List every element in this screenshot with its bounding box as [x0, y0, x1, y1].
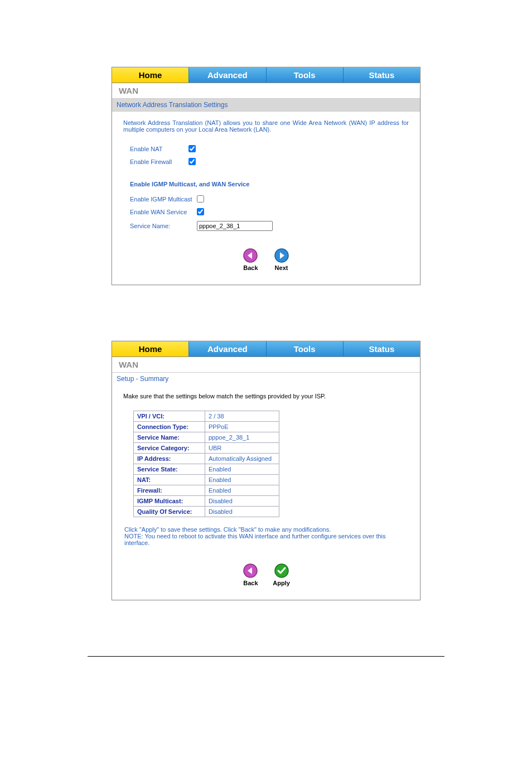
row-value: Enabled: [205, 464, 279, 475]
row-value: UBR: [205, 443, 279, 454]
summary-table: VPI / VCI:2 / 38 Connection Type:PPPoE S…: [133, 411, 279, 517]
tab-home[interactable]: Home: [112, 68, 189, 83]
apply-button[interactable]: Apply: [269, 563, 294, 586]
table-row: Service Name:pppoe_2_38_1: [134, 432, 279, 443]
row-label: Service Name:: [134, 432, 205, 443]
section-title-wan: WAN: [112, 83, 420, 98]
apply-button-label: Apply: [269, 580, 294, 586]
tab-tools-2[interactable]: Tools: [267, 341, 344, 356]
panel1-body: Network Address Translation (NAT) allows…: [112, 112, 420, 285]
row-label: VPI / VCI:: [134, 411, 205, 422]
enable-nat-label: Enable NAT: [130, 146, 188, 152]
back-button[interactable]: Back: [238, 248, 263, 271]
tab-advanced-2[interactable]: Advanced: [189, 341, 266, 356]
next-button[interactable]: Next: [269, 248, 294, 271]
enable-firewall-label: Enable Firewall: [130, 158, 188, 165]
row-value: Disabled: [205, 507, 279, 517]
subheader-nat: Network Address Translation Settings: [112, 98, 420, 112]
tab-advanced[interactable]: Advanced: [189, 68, 266, 83]
row-value: Disabled: [205, 496, 279, 507]
row-label: Service State:: [134, 464, 205, 475]
arrow-right-icon: [269, 248, 294, 263]
enable-nat-checkbox[interactable]: [188, 145, 196, 152]
tab-status[interactable]: Status: [344, 68, 420, 83]
row-value: Enabled: [205, 475, 279, 485]
arrow-left-icon: [238, 563, 263, 579]
table-row: Connection Type:PPPoE: [134, 422, 279, 432]
tab-bar: Home Advanced Tools Status: [112, 68, 420, 83]
footer-divider: [88, 656, 444, 657]
row-label: IP Address:: [134, 454, 205, 464]
table-row: NAT:Enabled: [134, 475, 279, 485]
table-row: Quality Of Service:Disabled: [134, 507, 279, 517]
table-row: Firewall:Enabled: [134, 485, 279, 496]
row-value: PPPoE: [205, 422, 279, 432]
enable-igmp-label: Enable IGMP Multicast: [130, 196, 197, 203]
row-value: pppoe_2_38_1: [205, 432, 279, 443]
row-value: Enabled: [205, 485, 279, 496]
section-title-wan-2: WAN: [112, 357, 420, 372]
tab-tools[interactable]: Tools: [267, 68, 344, 83]
table-row: Service Category:UBR: [134, 443, 279, 454]
summary-panel: Home Advanced Tools Status WAN Setup - S…: [112, 341, 420, 600]
row-value: Automatically Assigned: [205, 454, 279, 464]
row-value: 2 / 38: [205, 411, 279, 422]
row-label: Service Category:: [134, 443, 205, 454]
enable-firewall-checkbox[interactable]: [188, 158, 196, 165]
service-name-input[interactable]: [197, 221, 273, 231]
table-row: Service State:Enabled: [134, 464, 279, 475]
table-row: IGMP Multicast:Disabled: [134, 496, 279, 507]
table-row: VPI / VCI:2 / 38: [134, 411, 279, 422]
table-row: IP Address:Automatically Assigned: [134, 454, 279, 464]
back-button-label: Back: [238, 264, 263, 271]
note-line1: Click "Apply" to save these settings. Cl…: [124, 526, 403, 533]
tab-bar-2: Home Advanced Tools Status: [112, 341, 420, 357]
tab-home-2[interactable]: Home: [112, 341, 189, 356]
nat-settings-panel: Home Advanced Tools Status WAN Network A…: [112, 67, 420, 285]
back-button-2[interactable]: Back: [238, 563, 263, 586]
enable-igmp-checkbox[interactable]: [197, 195, 204, 203]
enable-wan-label: Enable WAN Service: [130, 209, 197, 215]
row-label: NAT:: [134, 475, 205, 485]
note-line2: NOTE: You need to reboot to activate thi…: [124, 533, 403, 546]
summary-table-body: VPI / VCI:2 / 38 Connection Type:PPPoE S…: [134, 411, 279, 517]
subheader-summary: Setup - Summary: [112, 372, 420, 385]
enable-wan-checkbox[interactable]: [197, 208, 204, 215]
summary-intro: Make sure that the settings below match …: [123, 393, 409, 399]
row-label: IGMP Multicast:: [134, 496, 205, 507]
arrow-left-icon: [238, 248, 263, 263]
panel2-body: Make sure that the settings below match …: [112, 385, 420, 600]
service-name-label: Service Name:: [130, 223, 197, 229]
tab-status-2[interactable]: Status: [344, 341, 420, 356]
row-label: Firewall:: [134, 485, 205, 496]
row-label: Quality Of Service:: [134, 507, 205, 517]
back-button-label-2: Back: [238, 580, 263, 586]
next-button-label: Next: [269, 264, 294, 271]
checkmark-icon: [269, 563, 294, 579]
nat-description: Network Address Translation (NAT) allows…: [123, 119, 409, 133]
igmp-section-title: Enable IGMP Multicast, and WAN Service: [130, 181, 409, 187]
row-label: Connection Type:: [134, 422, 205, 432]
